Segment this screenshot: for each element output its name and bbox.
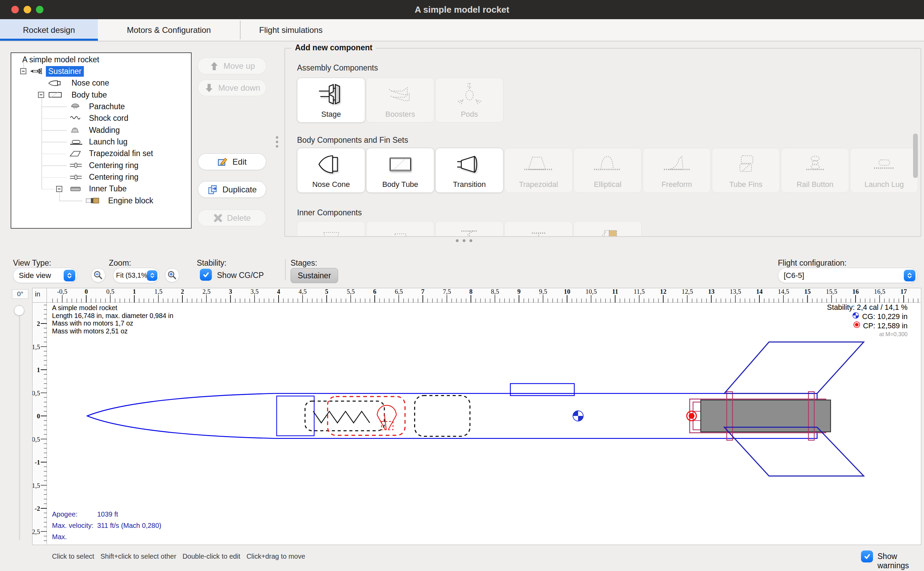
centerring-icon — [69, 160, 87, 170]
flight-config-value: [C6-5] — [784, 271, 804, 280]
panel-scrollbar[interactable] — [913, 134, 918, 178]
flight-stat-value: 311 ft/s (Mach 0,280) — [97, 522, 162, 529]
tile-label: Transition — [436, 180, 503, 189]
component-tile-boosters: Boosters — [366, 78, 434, 123]
add-component-title: Add new component — [291, 43, 376, 52]
panel-resize-handle[interactable] — [456, 239, 472, 242]
innertube-icon — [69, 184, 87, 194]
zoom-in-button[interactable] — [165, 268, 179, 282]
tree-expander[interactable] — [56, 186, 62, 192]
tree-item-trapezoidal-fin-set[interactable]: Trapezoidal fin set — [11, 148, 191, 159]
button-label: Edit — [233, 157, 246, 167]
show-cgcp-checkbox[interactable] — [200, 269, 212, 281]
nosecone-icon — [48, 78, 69, 88]
delete-button[interactable]: Delete — [198, 210, 266, 226]
zoom-level-select[interactable]: Fit (53,1%) — [113, 268, 160, 283]
cp-value: CP: 12,589 in — [863, 321, 907, 330]
stage-toggle-sustainer[interactable]: Sustainer — [291, 268, 338, 283]
trapfin2-icon — [505, 152, 572, 177]
tile-label: Elliptical — [574, 180, 641, 189]
nosecone2-icon — [297, 152, 365, 177]
component-tile-stage[interactable]: Stage — [297, 78, 365, 123]
engineblock2-icon — [574, 225, 641, 237]
edit-button[interactable]: Edit — [198, 153, 266, 170]
svg-text:16: 16 — [853, 288, 859, 295]
tree-item-label: Launch lug — [89, 137, 128, 147]
panel-splitter-handle[interactable] — [276, 134, 278, 150]
svg-text:0: 0 — [37, 412, 40, 420]
tree-item-label: Engine block — [108, 196, 153, 205]
svg-text:11: 11 — [612, 288, 618, 295]
svg-text:8,5: 8,5 — [491, 288, 499, 295]
stage-toggle-label: Sustainer — [298, 271, 331, 280]
tree-item-engine-block[interactable]: Engine block — [11, 195, 191, 207]
component-tile-launch-lug: Launch Lug — [850, 148, 918, 193]
component-tile-nose-cone[interactable]: Nose Cone — [297, 148, 365, 193]
tile-label: Body Tube — [367, 180, 434, 189]
tree-item-nose-cone[interactable]: Nose cone — [11, 77, 191, 89]
flight-config-select[interactable]: [C6-5] — [778, 268, 918, 283]
tile-label: Rail Button — [781, 180, 849, 189]
tree-item-a-simple-model-rocket[interactable]: A simple model rocket — [11, 54, 191, 65]
svg-text:8: 8 — [469, 288, 473, 295]
svg-text:12: 12 — [660, 288, 667, 295]
tree-item-parachute[interactable]: Parachute — [11, 101, 191, 112]
rocket-canvas[interactable]: A simple model rocket Length 16,748 in, … — [47, 302, 921, 544]
component-tile-body-tube[interactable]: Body Tube — [366, 148, 434, 193]
tree-item-launch-lug[interactable]: Launch lug — [11, 136, 191, 148]
tree-item-label: Nose cone — [71, 79, 109, 88]
svg-text:2: 2 — [37, 320, 40, 327]
tree-item-inner-tube[interactable]: Inner Tube — [11, 183, 191, 195]
hint-text: Click+drag to move — [246, 552, 305, 560]
hint-text: Double-click to edit — [182, 552, 240, 560]
tile-label: Pods — [436, 110, 503, 119]
stage2-icon — [297, 82, 365, 107]
bodytube2-icon — [367, 152, 434, 177]
show-warnings-checkbox[interactable] — [861, 551, 873, 562]
cg-value: CG: 10,229 in — [862, 312, 907, 321]
rocket-info: A simple model rocket Length 16,748 in, … — [52, 304, 174, 335]
tree-item-centering-ring[interactable]: Centering ring — [11, 171, 191, 183]
component-tree[interactable]: A simple model rocketSustainerNose coneB… — [11, 52, 192, 229]
zoom-out-button[interactable] — [91, 268, 105, 282]
svg-text:0,5: 0,5 — [32, 390, 40, 397]
tab-flight-simulations[interactable]: Flight simulations — [240, 19, 342, 41]
tree-expander[interactable] — [38, 92, 44, 98]
tree-item-sustainer[interactable]: Sustainer — [11, 65, 191, 77]
svg-text:9: 9 — [517, 288, 521, 295]
tree-item-wadding[interactable]: Wadding — [11, 124, 191, 136]
svg-text:14,5: 14,5 — [778, 288, 789, 295]
railbutton-icon — [781, 152, 849, 177]
svg-text:13: 13 — [708, 288, 715, 295]
rotation-indicator: 0° — [12, 289, 28, 299]
tree-item-label: Shock cord — [89, 114, 128, 123]
svg-text:3: 3 — [229, 288, 233, 295]
tree-item-label: Inner Tube — [89, 184, 126, 193]
component-tile-bulkhead — [435, 221, 504, 237]
duplicate-icon — [207, 184, 218, 195]
rotation-slider-knob[interactable] — [14, 306, 24, 316]
stability-readout: Stability: 2,4 cal / 14,1 % CG: 10,229 i… — [827, 303, 907, 338]
tree-expander[interactable] — [20, 68, 26, 74]
stability-label: Stability: — [197, 258, 226, 268]
move-down-button[interactable]: Move down — [198, 79, 266, 96]
duplicate-button[interactable]: Duplicate — [198, 181, 266, 198]
rocket-dimensions: Length 16,748 in, max. diameter 0,984 in — [52, 312, 174, 320]
centerring2-icon — [505, 225, 572, 237]
svg-text:15,5: 15,5 — [826, 288, 837, 295]
component-tile-transition[interactable]: Transition — [435, 148, 504, 193]
tree-item-body-tube[interactable]: Body tube — [11, 89, 191, 101]
tree-item-centering-ring[interactable]: Centering ring — [11, 159, 191, 171]
tab-rocket-design[interactable]: Rocket design — [0, 19, 98, 41]
svg-text:10,5: 10,5 — [585, 288, 597, 295]
active-tab-underline — [0, 39, 98, 41]
stability-mach: at M=0,300 — [827, 331, 907, 338]
button-label: Duplicate — [222, 185, 257, 194]
tree-item-shock-cord[interactable]: Shock cord — [11, 113, 191, 124]
engineblock-icon — [85, 196, 106, 206]
view-type-select[interactable]: Side view — [13, 268, 77, 283]
tab-motors-configuration[interactable]: Motors & Configuration — [98, 19, 240, 41]
move-up-button[interactable]: Move up — [198, 57, 266, 74]
tile-label: Tube Fins — [712, 180, 779, 189]
flight-stat-label: Max. acceleration: — [52, 531, 97, 544]
